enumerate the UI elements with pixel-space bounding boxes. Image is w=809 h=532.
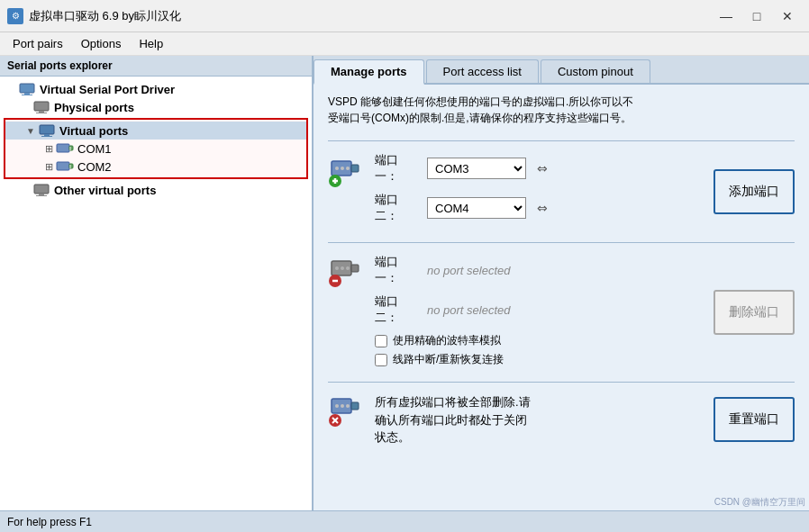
svg-rect-29: [351, 265, 359, 272]
tree: Virtual Serial Port Driver Physical port…: [0, 77, 312, 510]
baud-label: 使用精确的波特率模拟: [393, 333, 501, 348]
other-icon: [32, 183, 50, 197]
com2-expander[interactable]: ⊞: [41, 159, 56, 174]
svg-rect-18: [39, 194, 44, 195]
right-panel: Manage ports Port access list Custom pin…: [314, 56, 809, 510]
svg-rect-1: [24, 93, 30, 95]
com2-label: COM2: [77, 160, 112, 174]
reset-body: 所有虚拟端口将被全部删除.请 确认所有端口此时都处于关闭 状态。: [375, 393, 703, 446]
svg-rect-13: [57, 162, 69, 170]
checkbox-baud-row: 使用精确的波特率模拟: [375, 333, 703, 348]
window-title: 虚拟串口驱动 6.9 by眎川汉化: [29, 8, 712, 24]
watermark: CSDN @幽情空万里间: [714, 496, 805, 509]
svg-point-11: [69, 147, 71, 149]
del-port1-label: 端口一：: [375, 254, 420, 286]
tabs: Manage ports Port access list Custom pin…: [314, 56, 809, 85]
svg-point-39: [346, 404, 350, 408]
baud-checkbox[interactable]: [375, 335, 387, 347]
com1-label: COM1: [77, 142, 112, 156]
reset-port-button[interactable]: 重置端口: [714, 397, 795, 442]
del-port2-label: 端口二：: [375, 293, 420, 326]
vspd-label: Virtual Serial Port Driver: [40, 83, 175, 96]
svg-rect-6: [40, 125, 54, 134]
delete-section: 端口一： no port selected 端口二： no port selec…: [328, 242, 795, 382]
reset-port-icon: [328, 393, 364, 429]
svg-rect-2: [22, 95, 32, 95]
maximize-button[interactable]: □: [742, 5, 771, 28]
tree-item-vspd[interactable]: Virtual Serial Port Driver: [0, 80, 312, 98]
reset-section: 所有虚拟端口将被全部删除.请 确认所有端口此时都处于关闭 状态。 重置端口: [328, 382, 795, 457]
checkbox-break-row: 线路中断/重新恢复连接: [375, 352, 703, 367]
add-port1-select-wrapper: COM3 COM1 COM2 COM4 COM5 COM6: [427, 158, 526, 179]
svg-point-32: [346, 266, 350, 270]
tab-manage-ports[interactable]: Manage ports: [314, 59, 424, 85]
port1-link-icon: ⇔: [537, 161, 548, 176]
svg-rect-5: [36, 113, 47, 113]
svg-point-38: [341, 404, 344, 408]
svg-rect-19: [36, 195, 47, 196]
tree-item-other[interactable]: Other virtual ports: [0, 181, 312, 199]
manage-ports-content: VSPD 能够创建任何你想使用的端口号的虚拟端口.所以你可以不 受端口号(COM…: [314, 85, 809, 510]
del-port2-value: no port selected: [427, 303, 511, 317]
svg-rect-4: [39, 111, 44, 113]
add-port-button[interactable]: 添加端口: [714, 169, 795, 214]
virtual-ports-group: ▼ Virtual ports ⊞: [4, 118, 308, 179]
virtual-icon: [38, 123, 56, 138]
left-panel: Serial ports explorer Virtual Serial Por…: [0, 56, 314, 510]
delete-port-button[interactable]: 删除端口: [714, 290, 795, 335]
tree-item-virtual[interactable]: ▼ Virtual ports: [5, 122, 306, 140]
add-port2-select-wrapper: COM4 COM1 COM2 COM3 COM5 COM6: [427, 197, 526, 219]
add-port1-select[interactable]: COM3 COM1 COM2 COM4 COM5 COM6: [427, 158, 526, 179]
add-port-body: 端口一： COM3 COM1 COM2 COM4 COM5 COM6 ⇔: [375, 152, 703, 231]
tree-item-com1[interactable]: ⊞ COM1: [5, 140, 306, 158]
svg-point-30: [335, 266, 339, 270]
main-content: Serial ports explorer Virtual Serial Por…: [0, 56, 809, 510]
del-port1-row: 端口一： no port selected: [375, 254, 703, 286]
svg-point-15: [69, 165, 71, 167]
add-port2-row: 端口二： COM4 COM1 COM2 COM3 COM5 COM6 ⇔: [375, 192, 703, 224]
delete-port-body: 端口一： no port selected 端口二： no port selec…: [375, 254, 703, 371]
physical-expander: [18, 100, 32, 114]
close-button[interactable]: ✕: [773, 5, 802, 28]
svg-rect-9: [57, 144, 69, 152]
tab-custom-pinout[interactable]: Custom pinout: [541, 59, 650, 83]
add-port-icon: [328, 152, 364, 188]
virtual-expander[interactable]: ▼: [23, 123, 38, 138]
explorer-header: Serial ports explorer: [0, 56, 312, 77]
svg-rect-21: [351, 165, 359, 172]
del-port2-row: 端口二： no port selected: [375, 293, 703, 326]
tree-item-com2[interactable]: ⊞ COM2: [5, 158, 306, 176]
tab-port-access[interactable]: Port access list: [426, 59, 539, 83]
com1-expander[interactable]: ⊞: [41, 141, 56, 156]
svg-point-31: [341, 266, 344, 270]
tree-item-physical[interactable]: Physical ports: [0, 98, 312, 116]
svg-rect-3: [34, 102, 49, 111]
statusbar: For help press F1: [0, 510, 809, 532]
info-text: VSPD 能够创建任何你想使用的端口号的虚拟端口.所以你可以不 受端口号(COM…: [328, 94, 795, 126]
minimize-button[interactable]: —: [712, 5, 741, 28]
com1-icon: [56, 141, 74, 156]
break-label: 线路中断/重新恢复连接: [393, 352, 504, 367]
other-label: Other virtual ports: [54, 184, 156, 197]
break-checkbox[interactable]: [375, 354, 387, 366]
status-text: For help press F1: [7, 516, 92, 528]
port2-link-icon: ⇔: [537, 201, 548, 215]
menu-help[interactable]: Help: [130, 34, 172, 53]
svg-point-23: [341, 167, 344, 170]
menu-options[interactable]: Options: [72, 34, 131, 53]
physical-label: Physical ports: [54, 101, 134, 114]
menubar: Port pairs Options Help: [0, 32, 809, 56]
app-icon: ⚙: [7, 8, 23, 24]
add-port2-select[interactable]: COM4 COM1 COM2 COM3 COM5 COM6: [427, 197, 526, 219]
svg-rect-7: [44, 134, 50, 136]
menu-port-pairs[interactable]: Port pairs: [4, 34, 72, 53]
del-port1-value: no port selected: [427, 264, 511, 277]
physical-icon: [32, 100, 50, 114]
svg-rect-8: [41, 136, 52, 137]
other-expander: [18, 183, 32, 197]
svg-point-24: [346, 167, 350, 170]
svg-rect-0: [20, 84, 34, 93]
delete-port-icon: [328, 254, 364, 290]
svg-rect-17: [34, 185, 49, 194]
svg-rect-36: [351, 402, 359, 410]
